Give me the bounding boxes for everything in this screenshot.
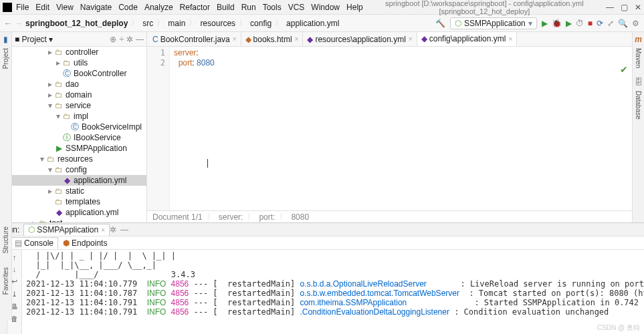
tree-arrow-icon[interactable]: ▸ bbox=[48, 47, 55, 57]
favorites-tool-label[interactable]: Favorites bbox=[2, 267, 9, 295]
soft-wrap-icon[interactable]: ↩ bbox=[11, 277, 17, 286]
menu-tools[interactable]: Tools bbox=[263, 3, 282, 12]
structure-tool-label[interactable]: Structure bbox=[2, 226, 9, 254]
menu-file[interactable]: File bbox=[16, 3, 29, 12]
yaml-path[interactable]: port: bbox=[259, 212, 275, 222]
tool-settings-icon[interactable]: ✲ bbox=[110, 225, 116, 234]
search-icon[interactable]: 🔍 bbox=[618, 19, 628, 28]
tree-node[interactable]: ◆application.yml bbox=[12, 207, 146, 218]
close-tab-icon[interactable]: × bbox=[101, 226, 105, 234]
tree-node[interactable]: ▾🗀resources bbox=[12, 154, 146, 164]
tree-node[interactable]: ⒸBookController bbox=[12, 68, 146, 79]
breadcrumb-item[interactable]: resources bbox=[200, 19, 235, 28]
maven-tool-label[interactable]: Maven bbox=[635, 48, 642, 68]
build-icon[interactable]: 🔨 bbox=[435, 19, 445, 28]
tree-arrow-icon[interactable]: ▸ bbox=[56, 58, 63, 67]
menu-refactor[interactable]: Refactor bbox=[180, 3, 210, 12]
breadcrumb-item[interactable]: main bbox=[168, 19, 185, 28]
tree-node[interactable]: 🗀templates bbox=[12, 196, 146, 207]
tree-node[interactable]: ▸🗀utils bbox=[12, 57, 146, 68]
close-icon[interactable]: ✕ bbox=[635, 3, 641, 12]
collapse-all-icon[interactable]: ÷ bbox=[119, 35, 124, 44]
up-stack-icon[interactable]: ↑ bbox=[13, 253, 17, 261]
nav-back-icon[interactable]: ← bbox=[4, 19, 12, 28]
menu-code[interactable]: Code bbox=[118, 3, 138, 12]
close-tab-icon[interactable]: × bbox=[508, 35, 512, 43]
menu-edit[interactable]: Edit bbox=[35, 3, 49, 12]
inspection-ok-icon[interactable]: ✔ bbox=[620, 64, 628, 75]
debug-icon[interactable]: 🐞 bbox=[552, 19, 562, 28]
tree-arrow-icon[interactable]: ▾ bbox=[56, 112, 63, 121]
console-tab[interactable]: ▤ Console bbox=[10, 237, 58, 249]
coverage-icon[interactable]: ▶ bbox=[566, 19, 572, 28]
tree-arrow-icon[interactable]: ▾ bbox=[40, 154, 47, 164]
search-everywhere-icon[interactable]: ⤢ bbox=[607, 19, 614, 28]
tree-arrow-icon[interactable]: ▾ bbox=[48, 165, 55, 174]
tree-node[interactable]: ▸🗀static bbox=[12, 186, 146, 196]
menu-navigate[interactable]: Navigate bbox=[80, 3, 112, 12]
tree-node[interactable]: ▾🗀config bbox=[12, 164, 146, 175]
menu-build[interactable]: Build bbox=[217, 3, 235, 12]
down-stack-icon[interactable]: ↓ bbox=[13, 265, 17, 273]
project-tool-label[interactable]: Project bbox=[2, 48, 9, 69]
tree-arrow-icon[interactable]: ▸ bbox=[32, 218, 39, 222]
tree-node[interactable]: ▸🗀test bbox=[12, 218, 146, 222]
tree-node[interactable]: ▸🗀domain bbox=[12, 90, 146, 100]
tree-node[interactable]: ▸🗀controller bbox=[12, 47, 146, 57]
scroll-from-source-icon[interactable]: ⊕ bbox=[110, 35, 116, 44]
minimize-icon[interactable]: — bbox=[606, 3, 614, 12]
tree-node[interactable]: ⒾIBookService bbox=[12, 132, 146, 143]
editor-tab[interactable]: ◆books.html× bbox=[241, 32, 304, 46]
nav-forward-icon[interactable]: → bbox=[15, 19, 23, 28]
menu-window[interactable]: Window bbox=[311, 3, 340, 12]
editor-tab[interactable]: ◆resources\application.yml× bbox=[303, 32, 417, 46]
menu-analyze[interactable]: Analyze bbox=[144, 3, 173, 12]
endpoints-tab[interactable]: ⬢ Endpoints bbox=[58, 237, 112, 249]
run-icon[interactable]: ▶ bbox=[542, 19, 548, 28]
maximize-icon[interactable]: ▢ bbox=[621, 3, 628, 12]
tree-arrow-icon[interactable]: ▸ bbox=[48, 186, 55, 196]
code-area[interactable]: server: port: 8080 bbox=[170, 47, 632, 210]
yaml-path[interactable]: server: bbox=[219, 212, 243, 222]
tree-arrow-icon[interactable]: ▾ bbox=[48, 101, 55, 110]
breadcrumb-file[interactable]: application.yml bbox=[286, 19, 339, 28]
menu-help[interactable]: Help bbox=[346, 3, 363, 12]
tree-node[interactable]: ⒸBookServiceImpl bbox=[12, 122, 146, 132]
project-tool-icon[interactable]: ▮ bbox=[3, 35, 8, 44]
hide-tool-icon[interactable]: — bbox=[120, 225, 128, 234]
tree-node[interactable]: ▸🗀dao bbox=[12, 79, 146, 90]
close-tab-icon[interactable]: × bbox=[295, 35, 299, 43]
editor-tab[interactable]: CBookController.java× bbox=[148, 32, 241, 46]
menu-run[interactable]: Run bbox=[241, 3, 256, 12]
tree-node[interactable]: ▾🗀service bbox=[12, 100, 146, 111]
profile-icon[interactable]: ⏱ bbox=[576, 19, 584, 28]
database-tool-icon[interactable]: 🗄 bbox=[635, 77, 643, 87]
hide-pane-icon[interactable]: — bbox=[136, 35, 144, 44]
breadcrumb-item[interactable]: config bbox=[250, 19, 272, 28]
project-tree[interactable]: ▸🗀controller▸🗀utilsⒸBookController▸🗀dao▸… bbox=[12, 47, 146, 222]
tree-arrow-icon[interactable]: ▸ bbox=[48, 79, 55, 89]
console-output[interactable]: | |\/| | _ | |/ | | \ |_| | |_| |_|\__, … bbox=[22, 250, 644, 334]
maven-tool-icon[interactable]: m bbox=[635, 35, 642, 44]
scroll-to-end-icon[interactable]: ⤓ bbox=[11, 290, 17, 299]
toolbar-settings-icon[interactable]: ✲ bbox=[126, 35, 133, 44]
breadcrumb-module[interactable]: springboot_12_hot_deploy bbox=[25, 19, 128, 28]
editor[interactable]: 12 server: port: 8080 ✔ bbox=[147, 47, 632, 210]
settings-icon[interactable]: ⚙ bbox=[632, 19, 639, 28]
yaml-path[interactable]: 8080 bbox=[291, 212, 309, 222]
menu-view[interactable]: View bbox=[56, 3, 74, 12]
editor-tab[interactable]: ◆config\application.yml× bbox=[417, 32, 518, 46]
close-tab-icon[interactable]: × bbox=[233, 35, 237, 43]
project-view-selector[interactable]: ■ Project ▾ bbox=[15, 35, 53, 44]
run-tab[interactable]: ⬡ SSMPApplication × bbox=[23, 224, 110, 236]
tree-node[interactable]: ◆application.yml bbox=[12, 175, 146, 186]
stop-icon[interactable]: ■ bbox=[588, 19, 593, 28]
tree-node[interactable]: ▾🗀impl bbox=[12, 111, 146, 122]
menu-vcs[interactable]: VCS bbox=[288, 3, 305, 12]
git-update-icon[interactable]: ⟳ bbox=[597, 19, 603, 28]
tree-node[interactable]: ▶SSMPApplication bbox=[12, 143, 146, 154]
breadcrumb-item[interactable]: src bbox=[142, 19, 153, 28]
close-tab-icon[interactable]: × bbox=[409, 35, 413, 43]
database-tool-label[interactable]: Database bbox=[635, 91, 642, 120]
tree-arrow-icon[interactable]: ▸ bbox=[48, 90, 55, 100]
